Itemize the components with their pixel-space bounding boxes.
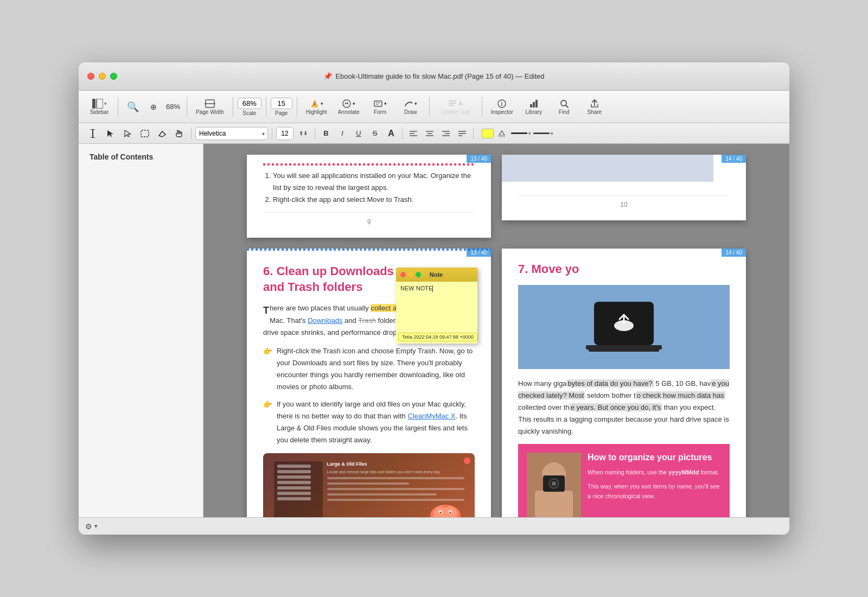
sidebar-item [277,492,311,495]
whale-graphic [425,497,466,518]
app-screenshot: Large & Old Files Locate and remove larg… [263,453,475,518]
sticky-minimize[interactable] [408,272,413,277]
zoom-in-icon: ⊕ [150,103,157,111]
zoom-in-button[interactable]: ⊕ [145,100,162,113]
separator [187,97,187,117]
strikethrough-region: Trash [358,316,376,325]
selection-button[interactable] [137,126,152,141]
scale-input[interactable] [238,98,261,109]
justify-button[interactable] [455,127,469,140]
font-size-stepper[interactable]: ⬆⬇ [296,126,311,141]
page-7-content: 7. Move your files to iCloud [502,249,746,517]
sticky-note[interactable]: Note NEW NOTE Tetia 2022:04:18 09:47:88 … [396,268,477,344]
draw-icon: ▾ [404,99,417,109]
page-right: 14 / 40 7. Move your files to iCloud [502,249,746,517]
page-width-icon [205,99,215,109]
chevron-down-icon: ▾ [321,101,323,106]
close-indicator [464,458,470,464]
line-chevron: ▾ [528,131,531,136]
page-badge-right-top: 14 / 40 [722,155,746,163]
font-select[interactable]: Helvetica Arial Times New Roman [195,127,268,140]
pin-icon: 📌 [323,72,332,80]
pink-card-body-2: This way, when you sort items by name, y… [588,482,721,501]
cloud-upload-icon [612,310,636,336]
find-button[interactable]: Find [550,97,578,117]
redacted-1: bytes of data do you have? [567,379,654,388]
zoom-out-button[interactable]: 🔍 [123,99,143,115]
zoom-group: 68% [164,103,182,111]
svg-rect-18 [535,100,538,107]
sidebar-title: Table of Contents [85,150,196,163]
page-group: Page [271,98,292,116]
page-input[interactable] [271,98,292,109]
line-style-indicator [533,132,550,134]
form-button[interactable]: ▾ Form [366,97,394,117]
separator [402,128,403,139]
line-weight-indicator [511,132,527,134]
sidebar-button[interactable]: ▾ Sidebar [85,97,113,117]
italic-button[interactable]: I [335,127,349,140]
sticky-note-title: Note [430,271,443,278]
minimize-button[interactable] [99,73,106,80]
color-line-group: ▾ [511,131,531,136]
text-cursor-button[interactable] [85,126,100,141]
list-item: You will see all applications installed … [273,170,475,194]
sticky-close[interactable] [400,272,406,277]
laptop-icon [594,302,654,345]
library-button[interactable]: Library [520,97,548,117]
sidebar-icon: ▾ [92,99,107,109]
sticky-note-body[interactable]: NEW NOTE Tetia 2022:04:18 09:47:88 +0000 [396,282,477,344]
zoom-out-icon: 🔍 [127,101,139,113]
tooltip-timestamp: 2022:04:18 09:47:88 +0000 [414,334,474,340]
page-10-top: 14 / 40 10 [502,155,746,220]
gear-button[interactable]: ⚙ ▾ [85,522,98,531]
select-button[interactable] [103,126,118,141]
sticky-zoom[interactable] [416,272,421,277]
align-center-button[interactable] [423,127,437,140]
bold-date: yyyyMMdd [668,469,699,475]
bold-button[interactable]: B [319,127,333,140]
eraser-tool-button[interactable] [495,126,510,141]
sidebar-item [277,481,311,484]
close-button[interactable] [87,73,94,80]
svg-point-7 [347,103,348,104]
yellow-highlight-button[interactable] [482,129,494,138]
text-select-button[interactable] [120,126,135,141]
sticky-traffic-lights [400,272,421,277]
align-left-button[interactable] [406,127,420,140]
maximize-button[interactable] [110,73,117,80]
inspector-button[interactable]: i Inspector [487,97,518,117]
separator [191,128,192,139]
finger-icon-2: 👉 [263,398,272,411]
bullet-text-2: If you want to identify large and old fi… [277,398,475,446]
content-line [327,493,437,496]
annotate-button[interactable]: ▾ Annotate [334,97,364,117]
pages-row-main: 13 / 40 6. Clean up Downloadsand Trash f… [247,249,746,517]
finger-icon: 👉 [263,345,272,358]
highlight-icon: ▾ [310,99,323,109]
secondary-toolbar: Helvetica Arial Times New Roman ⬆⬇ B I U… [79,123,789,144]
align-right-button[interactable] [439,127,453,140]
downloads-link[interactable]: Downloads [308,316,342,325]
inspector-icon: i [497,99,507,109]
font-size-input[interactable] [276,127,293,140]
eraser-button[interactable] [155,126,170,141]
underline-button[interactable]: U [352,127,366,140]
line-style-chevron: ▾ [551,131,553,136]
page-list: You will see all applications installed … [273,170,475,206]
correct-text-button[interactable]: Correct Text [434,97,477,117]
svg-point-43 [450,511,451,513]
svg-rect-24 [141,130,149,137]
strikethrough-button[interactable]: S [368,127,382,140]
draw-button[interactable]: ▾ Draw [397,97,425,117]
share-button[interactable]: Share [580,97,609,117]
page-badge-13: 13 / 40 [467,249,491,257]
primary-toolbar: ▾ Sidebar 🔍 ⊕ 68% Page Width Scale [79,91,789,123]
hand-button[interactable] [172,126,187,141]
color-button[interactable]: A [384,127,398,140]
sidebar: Table of Contents [79,144,203,517]
page-width-button[interactable]: Page Width [192,97,228,117]
cleanmymac-link[interactable]: CleanMyMac X [407,412,455,420]
pdf-area[interactable]: 13 / 40 You will see all applications in… [203,144,789,517]
highlight-button[interactable]: ▾ Highlight [302,97,331,117]
